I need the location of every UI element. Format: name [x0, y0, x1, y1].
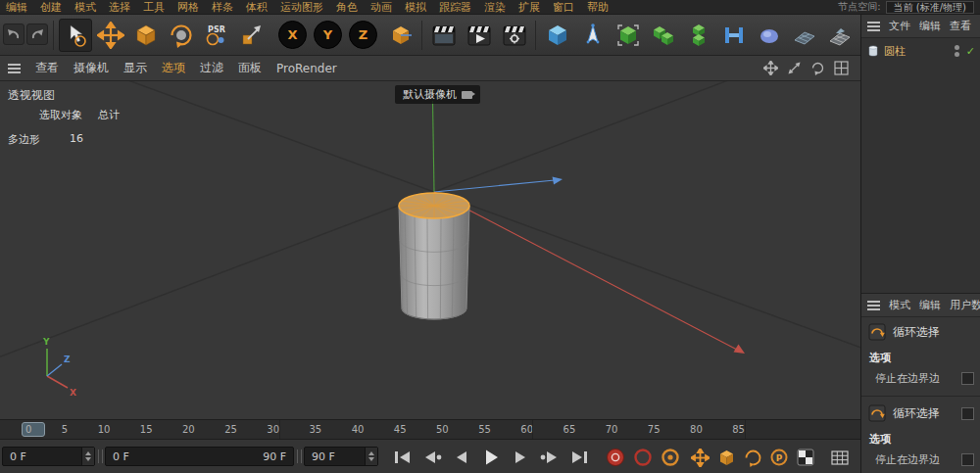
menu-item[interactable]: 运动图形: [280, 0, 323, 15]
goto-end-button[interactable]: [566, 448, 592, 466]
subdivision-surface-button[interactable]: [612, 19, 645, 52]
x-axis-lock-button[interactable]: X: [278, 21, 307, 49]
spinner-arrows-icon[interactable]: [81, 448, 94, 465]
attribute-manager-menu-icon[interactable]: [867, 301, 880, 310]
record-scale-toggle[interactable]: [714, 446, 738, 469]
menu-item[interactable]: 编辑: [6, 0, 27, 15]
menu-item[interactable]: 模式: [74, 0, 96, 15]
menu-item[interactable]: 样条: [212, 0, 233, 15]
rotate-tool-button[interactable]: [165, 19, 198, 52]
clone-button[interactable]: [682, 19, 715, 52]
goto-start-button[interactable]: [390, 448, 416, 466]
viewport-menu-item[interactable]: 面板: [238, 60, 262, 76]
attribute-manager-menu-item[interactable]: 编辑: [919, 298, 941, 312]
coordinate-system-button[interactable]: [384, 19, 417, 52]
record-keyframe-button[interactable]: [604, 446, 627, 469]
viewport-canvas[interactable]: Y X Z: [0, 81, 860, 419]
z-axis-lock-button[interactable]: Z: [349, 21, 377, 49]
object-list[interactable]: 圆柱: [861, 38, 980, 293]
camera-label-pill[interactable]: 默认摄像机: [395, 85, 480, 104]
attribute-manager-menu-item[interactable]: 用户数据: [950, 298, 980, 312]
current-frame-spinner[interactable]: 0 F: [2, 447, 95, 466]
viewport-menu-item[interactable]: 选项: [162, 60, 185, 76]
stop-at-boundary-checkbox[interactable]: [961, 372, 974, 385]
viewport-menu-item[interactable]: ProRender: [276, 62, 337, 75]
previous-frame-button[interactable]: [449, 448, 474, 466]
autokey-toggle[interactable]: [631, 446, 655, 469]
timeline-ruler[interactable]: 0510152025303540455055606570758085: [0, 419, 860, 439]
menu-item[interactable]: 网格: [177, 0, 199, 15]
menu-item[interactable]: 工具: [143, 0, 165, 15]
menu-item[interactable]: 选择: [109, 0, 130, 15]
spline-pen-button[interactable]: [576, 19, 610, 52]
drag-grip[interactable]: [297, 449, 302, 463]
spinner-arrows-icon[interactable]: [365, 448, 377, 465]
toolbar-separator: [421, 21, 422, 50]
object-manager-menu-item[interactable]: 编辑: [919, 19, 941, 33]
object-manager-menu-icon[interactable]: [867, 22, 880, 31]
undo-button[interactable]: [3, 24, 24, 45]
last-used-tool-button[interactable]: [235, 19, 269, 52]
drag-grip[interactable]: [98, 449, 103, 463]
tool-option-checkbox[interactable]: [961, 407, 974, 420]
render-settings-button[interactable]: [498, 19, 531, 52]
viewport-menu-item[interactable]: 过滤: [200, 60, 223, 76]
object-row[interactable]: 圆柱: [861, 42, 980, 60]
menu-item[interactable]: 跟踪器: [439, 0, 471, 15]
record-rotation-toggle[interactable]: [741, 446, 764, 469]
preview-range-field[interactable]: 0 F 90 F: [105, 447, 294, 466]
live-selection-tool-button[interactable]: [59, 19, 92, 52]
menu-item[interactable]: 角色: [336, 0, 358, 15]
perspective-viewport[interactable]: Y X Z 透视视图 默认摄像机 选取对象 总计 多边形: [0, 81, 860, 419]
simulation-button[interactable]: [788, 19, 821, 52]
next-key-button[interactable]: [537, 448, 563, 466]
menu-item[interactable]: 渲染: [484, 0, 506, 15]
previous-key-button[interactable]: [419, 448, 445, 466]
object-manager-menu-item[interactable]: 查看: [950, 19, 971, 33]
dolly-view-icon[interactable]: [787, 61, 802, 75]
next-frame-button[interactable]: [508, 448, 533, 466]
timeline-grid-button[interactable]: [828, 446, 852, 469]
pan-view-icon[interactable]: [763, 61, 778, 75]
play-forward-button[interactable]: [478, 448, 504, 466]
floor-button[interactable]: [823, 19, 857, 52]
scale-tool-button[interactable]: [129, 19, 163, 52]
keyframe-selection-button[interactable]: [659, 446, 682, 469]
menu-item[interactable]: 体积: [246, 0, 268, 15]
max-frame-spinner[interactable]: 90 F: [304, 447, 378, 466]
redo-button[interactable]: [26, 24, 48, 45]
record-parameter-toggle[interactable]: P: [767, 446, 791, 469]
y-axis-lock-button[interactable]: Y: [314, 21, 342, 49]
object-name: 圆柱: [884, 44, 906, 59]
render-to-picture-viewer-button[interactable]: [463, 19, 496, 52]
menu-item[interactable]: 帮助: [587, 0, 609, 15]
node-space-select[interactable]: 当前 (标准/物理): [886, 1, 974, 14]
move-tool-button[interactable]: [94, 19, 127, 52]
generator-button[interactable]: [647, 19, 680, 52]
attribute-manager-menu-item[interactable]: 模式: [889, 298, 910, 312]
object-manager-menu-item[interactable]: 文件: [889, 19, 910, 33]
menu-item[interactable]: 窗口: [553, 0, 574, 15]
viewport-menu-item[interactable]: 查看: [35, 60, 59, 76]
object-enabled-check[interactable]: [966, 45, 975, 58]
cylinder-object[interactable]: [399, 193, 469, 319]
viewport-menu-icon[interactable]: [8, 64, 21, 73]
record-position-toggle[interactable]: [688, 446, 711, 469]
menu-item[interactable]: 扩展: [518, 0, 540, 15]
render-view-button[interactable]: [427, 19, 461, 52]
toggle-view-layout-icon[interactable]: [834, 61, 849, 75]
menu-item[interactable]: 动画: [370, 0, 392, 15]
psr-tool-button[interactable]: PSR: [200, 19, 233, 52]
viewport-menu-item[interactable]: 摄像机: [74, 60, 109, 76]
primitive-object-button[interactable]: [541, 19, 574, 52]
point-level-animation-toggle[interactable]: [794, 446, 817, 469]
stop-at-boundary-checkbox[interactable]: [961, 453, 974, 466]
volume-button[interactable]: [753, 19, 786, 52]
visibility-dots[interactable]: [955, 45, 959, 57]
record-position-icon: [691, 449, 710, 467]
menu-item[interactable]: 创建: [40, 0, 62, 15]
menu-item[interactable]: 模拟: [405, 0, 426, 15]
viewport-menu-item[interactable]: 显示: [123, 60, 147, 76]
spline-modifier-button[interactable]: [717, 19, 751, 52]
rotate-view-icon[interactable]: [810, 61, 825, 75]
